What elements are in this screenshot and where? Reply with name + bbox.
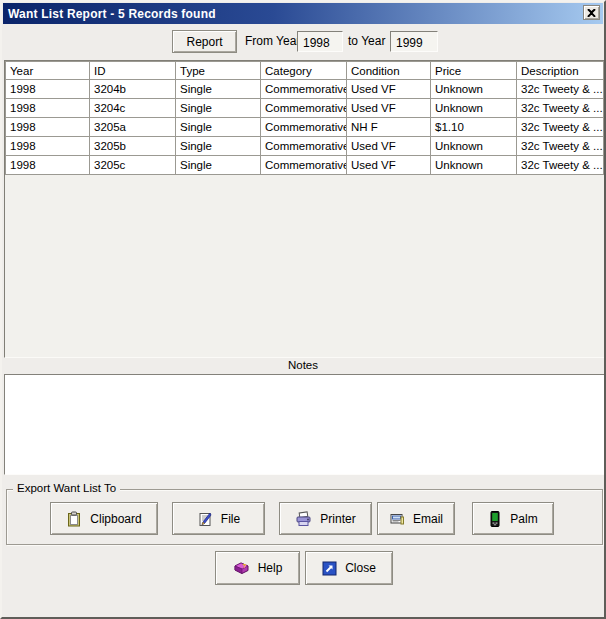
table-cell: Used VF [347, 137, 431, 156]
close-button-label: Close [345, 561, 376, 575]
table-cell: Unknown [431, 156, 517, 175]
table-cell: NH F [347, 118, 431, 137]
want-list-report-dialog: Want List Report - 5 Records found Repor… [0, 0, 606, 619]
table-cell: 1998 [6, 118, 90, 137]
notes-textarea[interactable] [4, 374, 605, 475]
table-cell: 1998 [6, 156, 90, 175]
window-close-button[interactable] [583, 5, 600, 20]
table-cell: 32c Tweety & ... [517, 156, 604, 175]
help-button[interactable]: ? Help [215, 551, 300, 585]
table-cell: Used VF [347, 80, 431, 99]
table-row[interactable]: 19983205bSingleCommemorativesUsed VFUnkn… [6, 137, 604, 156]
notes-label: Notes [2, 359, 604, 371]
table-cell: Commemoratives [261, 118, 347, 137]
svg-text:?: ? [242, 563, 246, 569]
export-file-label: File [221, 512, 240, 526]
report-button-label: Report [186, 35, 222, 49]
table-cell: Single [176, 156, 261, 175]
table-cell: Used VF [347, 99, 431, 118]
table-cell: 32c Tweety & ... [517, 118, 604, 137]
table-cell: Single [176, 137, 261, 156]
close-button[interactable]: Close [305, 551, 393, 585]
clipboard-icon [66, 511, 82, 527]
table-cell: 32c Tweety & ... [517, 137, 604, 156]
table-cell: Unknown [431, 80, 517, 99]
column-header-id: ID [90, 62, 176, 80]
help-book-icon: ? [233, 560, 250, 576]
table-cell: Unknown [431, 99, 517, 118]
table-cell: Used VF [347, 156, 431, 175]
results-grid: Year ID Type Category Condition Price De… [4, 60, 605, 358]
to-year-input[interactable] [390, 31, 438, 52]
printer-icon [295, 511, 312, 527]
exit-arrow-icon [322, 561, 337, 576]
window-title: Want List Report - 5 Records found [8, 7, 216, 21]
table-row[interactable]: 19983204bSingleCommemorativesUsed VFUnkn… [6, 80, 604, 99]
table-cell: Commemoratives [261, 99, 347, 118]
table-cell: Single [176, 118, 261, 137]
export-printer-button[interactable]: Printer [279, 502, 372, 535]
report-button[interactable]: Report [172, 30, 237, 53]
export-email-button[interactable]: Email [377, 502, 455, 535]
table-header-row: Year ID Type Category Condition Price De… [6, 62, 604, 80]
table-row[interactable]: 19983205aSingleCommemorativesNH F$1.1032… [6, 118, 604, 137]
table-cell: 3205a [90, 118, 176, 137]
table-cell: 3204b [90, 80, 176, 99]
table-cell: Unknown [431, 137, 517, 156]
table-cell: Single [176, 80, 261, 99]
want-list-table: Year ID Type Category Condition Price De… [5, 61, 604, 175]
table-cell: Commemoratives [261, 137, 347, 156]
export-clipboard-label: Clipboard [90, 512, 141, 526]
export-palm-button[interactable]: Palm [472, 502, 554, 535]
table-cell: 32c Tweety & ... [517, 99, 604, 118]
export-groupbox-label: Export Want List To [13, 482, 120, 494]
table-cell: $1.10 [431, 118, 517, 137]
column-header-type: Type [176, 62, 261, 80]
table-row[interactable]: 19983205cSingleCommemorativesUsed VFUnkn… [6, 156, 604, 175]
table-cell: Commemoratives [261, 156, 347, 175]
export-email-label: Email [413, 512, 443, 526]
table-cell: 32c Tweety & ... [517, 80, 604, 99]
export-palm-label: Palm [510, 512, 537, 526]
table-cell: 1998 [6, 137, 90, 156]
export-clipboard-button[interactable]: Clipboard [50, 502, 158, 535]
table-cell: Commemoratives [261, 80, 347, 99]
titlebar: Want List Report - 5 Records found [3, 3, 603, 24]
column-header-category: Category [261, 62, 347, 80]
table-cell: 3204c [90, 99, 176, 118]
table-row[interactable]: 19983204cSingleCommemorativesUsed VFUnkn… [6, 99, 604, 118]
table-cell: 3205b [90, 137, 176, 156]
close-x-icon [587, 9, 596, 17]
column-header-description: Description [517, 62, 604, 80]
table-cell: 1998 [6, 80, 90, 99]
export-file-button[interactable]: File [172, 502, 265, 535]
from-year-input[interactable] [297, 31, 343, 52]
export-printer-label: Printer [320, 512, 355, 526]
help-button-label: Help [258, 561, 283, 575]
to-year-label: to Year [348, 30, 385, 53]
from-year-label: From Year [245, 30, 300, 53]
column-header-price: Price [431, 62, 517, 80]
column-header-year: Year [6, 62, 90, 80]
email-icon [389, 511, 405, 527]
palm-icon [488, 511, 502, 527]
table-cell: 3205c [90, 156, 176, 175]
table-cell: 1998 [6, 99, 90, 118]
column-header-condition: Condition [347, 62, 431, 80]
table-cell: Single [176, 99, 261, 118]
file-icon [197, 511, 213, 527]
